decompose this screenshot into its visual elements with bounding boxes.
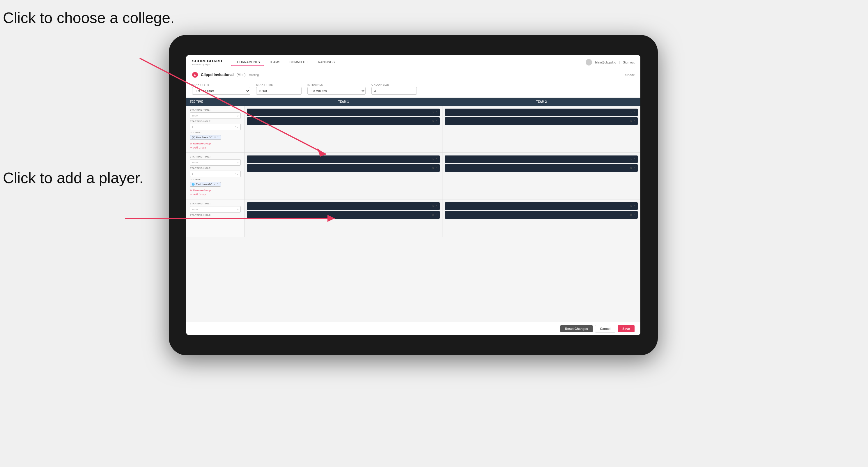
team1-cell-2: ✕ ⌃ ✕ ⌃ bbox=[245, 153, 442, 199]
bottom-bar: Reset Changes Cancel Save bbox=[186, 322, 640, 335]
intervals-label: Intervals bbox=[307, 83, 366, 86]
sign-out-link[interactable]: Sign out bbox=[623, 61, 634, 64]
course-label-2: COURSE: bbox=[190, 178, 241, 181]
tee-time-cell-2: STARTING TIME: 10:10⊙ STARTING HOLE: 1⌃⌄… bbox=[186, 153, 245, 199]
player-row[interactable]: ✕ ⌃ bbox=[445, 108, 638, 116]
group-size-input[interactable] bbox=[371, 87, 417, 95]
player-row[interactable]: ✕ ⌃ bbox=[445, 155, 638, 163]
player-ctrl[interactable]: ✕ ⌃ bbox=[630, 111, 636, 114]
action-links-1: ⊖Remove Group ＋Add Group bbox=[190, 142, 241, 149]
player-ctrl[interactable]: ✕ ⌃ bbox=[630, 205, 636, 208]
player-ctrl[interactable]: ✕ ⌃ bbox=[432, 166, 437, 170]
header-team1: Team 1 bbox=[245, 98, 442, 106]
tee-time-cell-1: STARTING TIME: 10:00⊙ STARTING HOLE: 1⌃⌄… bbox=[186, 106, 245, 152]
nav-right: blair@clippd.io | Sign out bbox=[586, 59, 634, 65]
start-time-group: Start Time bbox=[256, 83, 302, 95]
table-row: STARTING TIME: 10:00⊙ STARTING HOLE: 1⌃⌄… bbox=[186, 106, 640, 153]
player-row[interactable]: ✕ ⌃ bbox=[247, 211, 440, 219]
sub-header: C Clippd Invitational (Men) Hosting < Ba… bbox=[186, 69, 640, 80]
navbar: SCOREBOARD Powered by clippd TOURNAMENTS… bbox=[186, 55, 640, 69]
player-ctrl[interactable]: ✕ ⌃ bbox=[432, 213, 437, 217]
player-row[interactable]: ✕ ⌃ bbox=[247, 164, 440, 172]
group-size-group: Group Size bbox=[371, 83, 417, 95]
group-size-label: Group Size bbox=[371, 83, 417, 86]
action-links-2: ⊖Remove Group ＋Add Group bbox=[190, 189, 241, 196]
avatar bbox=[586, 59, 592, 65]
starting-time-input-2[interactable]: 10:10⊙ bbox=[190, 159, 241, 166]
starting-time-input-3[interactable]: 10:20⊙ bbox=[190, 206, 241, 213]
player-ctrl[interactable]: ✕ ⌃ bbox=[432, 120, 437, 123]
main-grid: Tee Time Team 1 Team 2 STARTING TIME: 10… bbox=[186, 98, 640, 322]
table-row: STARTING TIME: 10:20⊙ STARTING HOLE: ✕ ⌃ bbox=[186, 199, 640, 237]
remove-course-1[interactable]: ✕ ⌃ bbox=[214, 136, 219, 139]
nav-committee[interactable]: COMMITTEE bbox=[285, 59, 313, 66]
back-link[interactable]: < Back bbox=[625, 73, 634, 76]
annotation-add-player: Click to add a player. bbox=[3, 169, 144, 187]
table-header: Tee Time Team 1 Team 2 bbox=[186, 98, 640, 106]
cancel-button[interactable]: Cancel bbox=[595, 325, 615, 333]
starting-hole-label-1: STARTING HOLE: bbox=[190, 120, 241, 123]
brand-subtitle: Powered by clippd bbox=[192, 63, 222, 66]
starting-hole-input-1[interactable]: 1⌃⌄ bbox=[190, 124, 241, 130]
start-type-label: Start Type bbox=[192, 83, 250, 86]
player-row[interactable]: ✕ ⌃ bbox=[247, 108, 440, 116]
starting-hole-label-2: STARTING HOLE: bbox=[190, 167, 241, 169]
tee-time-cell-3: STARTING TIME: 10:20⊙ STARTING HOLE: bbox=[186, 199, 245, 237]
course-tag-1[interactable]: (A) Peachtree GC ✕ ⌃ bbox=[190, 135, 221, 140]
player-row[interactable]: ✕ ⌃ bbox=[247, 117, 440, 125]
player-ctrl[interactable]: ✕ ⌃ bbox=[432, 111, 437, 114]
player-ctrl[interactable]: ✕ ⌃ bbox=[630, 213, 636, 217]
player-ctrl[interactable]: ✕ ⌃ bbox=[432, 205, 437, 208]
remove-group-link-2[interactable]: ⊖Remove Group bbox=[190, 189, 241, 192]
player-row[interactable]: ✕ ⌃ bbox=[445, 211, 638, 219]
tablet-screen: SCOREBOARD Powered by clippd TOURNAMENTS… bbox=[186, 55, 640, 335]
team1-cell-1: ✕ ⌃ ✕ ⌃ bbox=[245, 106, 442, 152]
annotation-choose-college: Click to choose a college. bbox=[3, 9, 175, 27]
player-row[interactable]: ✕ ⌃ bbox=[445, 203, 638, 210]
remove-course-2[interactable]: ✕ ⌃ bbox=[213, 183, 219, 186]
starting-time-input-1[interactable]: 10:00⊙ bbox=[190, 113, 241, 119]
player-ctrl[interactable]: ✕ ⌃ bbox=[432, 158, 437, 161]
add-group-link-2[interactable]: ＋Add Group bbox=[190, 192, 241, 196]
brand-title: SCOREBOARD bbox=[192, 59, 222, 63]
remove-group-link-1[interactable]: ⊖Remove Group bbox=[190, 142, 241, 145]
nav-tournaments[interactable]: TOURNAMENTS bbox=[231, 59, 264, 66]
player-row[interactable]: ✕ ⌃ bbox=[247, 155, 440, 163]
starting-time-label-3: STARTING TIME: bbox=[190, 203, 241, 205]
player-row[interactable]: ✕ ⌃ bbox=[445, 117, 638, 125]
nav-links: TOURNAMENTS TEAMS COMMITTEE RANKINGS bbox=[231, 59, 586, 66]
user-email: blair@clippd.io bbox=[595, 61, 616, 64]
intervals-select[interactable]: 10 Minutes bbox=[307, 87, 366, 95]
course-row-2: 🌐 East Lake GC ✕ ⌃ bbox=[190, 182, 241, 187]
player-row[interactable]: ✕ ⌃ bbox=[247, 203, 440, 210]
player-ctrl[interactable]: ✕ ⌃ bbox=[630, 120, 636, 123]
nav-teams[interactable]: TEAMS bbox=[265, 59, 284, 66]
player-ctrl[interactable]: ✕ ⌃ bbox=[630, 158, 636, 161]
reset-button[interactable]: Reset Changes bbox=[560, 325, 593, 332]
annotation-text-2: Click to add a player. bbox=[3, 169, 144, 186]
team2-cell-1: ✕ ⌃ ✕ ⌃ bbox=[442, 106, 640, 152]
header-tee-time: Tee Time bbox=[186, 98, 245, 106]
brand: SCOREBOARD Powered by clippd bbox=[192, 59, 222, 66]
save-button[interactable]: Save bbox=[618, 325, 634, 332]
start-time-label: Start Time bbox=[256, 83, 302, 86]
intervals-group: Intervals 10 Minutes bbox=[307, 83, 366, 95]
player-row[interactable]: ✕ ⌃ bbox=[445, 164, 638, 172]
nav-rankings[interactable]: RANKINGS bbox=[314, 59, 339, 66]
start-time-input[interactable] bbox=[256, 87, 302, 95]
start-type-select[interactable]: 1st Tee Start bbox=[192, 87, 250, 95]
tournament-logo: C bbox=[192, 72, 198, 78]
course-name-1: (A) Peachtree GC bbox=[192, 136, 213, 139]
add-group-link-1[interactable]: ＋Add Group bbox=[190, 146, 241, 149]
header-team2: Team 2 bbox=[442, 98, 640, 106]
table-row: STARTING TIME: 10:10⊙ STARTING HOLE: 1⌃⌄… bbox=[186, 153, 640, 199]
course-row-1: (A) Peachtree GC ✕ ⌃ bbox=[190, 135, 241, 140]
starting-hole-input-2[interactable]: 1⌃⌄ bbox=[190, 170, 241, 177]
starting-time-label-2: STARTING TIME: bbox=[190, 155, 241, 158]
team1-cell-3: ✕ ⌃ ✕ ⌃ bbox=[245, 199, 442, 237]
start-type-group: Start Type 1st Tee Start bbox=[192, 83, 250, 95]
player-ctrl[interactable]: ✕ ⌃ bbox=[630, 166, 636, 170]
course-name-2: East Lake GC bbox=[196, 183, 212, 186]
course-tag-2[interactable]: 🌐 East Lake GC ✕ ⌃ bbox=[190, 182, 221, 187]
starting-hole-label-3: STARTING HOLE: bbox=[190, 214, 241, 216]
